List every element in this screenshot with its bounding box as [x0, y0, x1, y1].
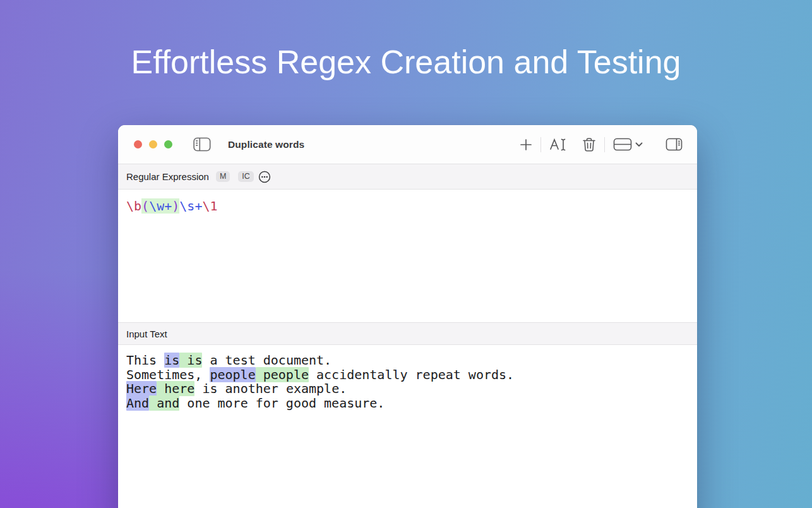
toolbar-divider [604, 137, 605, 152]
regex-token: \w [149, 198, 164, 214]
plain-text: a test document. [202, 353, 331, 368]
zoom-button[interactable] [164, 140, 172, 148]
match-highlight: people [256, 367, 309, 382]
regex-section-header: Regular Expression M IC [118, 164, 697, 190]
regex-token: \b [126, 198, 141, 214]
titlebar: Duplicate words [118, 125, 697, 164]
layout-rows-icon[interactable] [613, 138, 632, 151]
match-highlight: is [179, 353, 202, 368]
text-line: This is is a test document. [126, 353, 689, 368]
capture-group-highlight: people [210, 367, 255, 382]
rename-text-icon[interactable] [549, 138, 567, 152]
close-button[interactable] [134, 140, 142, 148]
toolbar [520, 137, 683, 152]
match-highlight: here [157, 381, 194, 396]
text-line: And and one more for good measure. [126, 396, 689, 411]
regex-token: ( [141, 198, 149, 214]
plain-text: one more for good measure. [179, 396, 385, 411]
trash-icon[interactable] [582, 137, 596, 152]
text-line: Sometimes, people people accidentally re… [126, 368, 689, 382]
plus-icon[interactable] [520, 138, 532, 151]
regex-token: \1 [202, 198, 217, 214]
window-title: Duplicate words [228, 139, 304, 150]
sidebar-left-toggle-icon[interactable] [193, 137, 211, 152]
input-section-label: Input Text [126, 329, 167, 339]
minimize-button[interactable] [149, 140, 157, 148]
plain-text: accidentally repeat words. [309, 367, 514, 382]
regex-section-label: Regular Expression [126, 171, 209, 182]
text-line: Here here is another example. [126, 382, 689, 396]
plain-text: Sometimes, [126, 367, 210, 382]
multiline-badge[interactable]: M [216, 171, 230, 183]
app-window: Duplicate words [118, 125, 697, 508]
plain-text: This [126, 353, 164, 368]
regex-token: + [194, 198, 202, 214]
input-text-lines: This is is a test document.Sometimes, pe… [126, 353, 689, 410]
input-section-header: Input Text [118, 322, 697, 345]
chevron-down-icon[interactable] [635, 142, 643, 147]
regex-pattern[interactable]: \b(\w+)\s+\1 [126, 198, 689, 214]
toolbar-divider [540, 137, 541, 152]
capture-group-highlight: is [164, 353, 179, 368]
capture-group-highlight: And [126, 396, 149, 411]
sidebar-right-icon[interactable] [666, 138, 683, 151]
ignore-case-badge[interactable]: IC [238, 171, 254, 183]
match-highlight: and [149, 396, 179, 411]
plain-text: is another example. [194, 381, 347, 396]
more-options-icon[interactable] [258, 171, 271, 183]
regex-editor[interactable]: \b(\w+)\s+\1 [118, 190, 697, 322]
input-text-editor[interactable]: This is is a test document.Sometimes, pe… [118, 345, 697, 418]
regex-token: ) [172, 198, 179, 214]
regex-token: \s [179, 198, 194, 214]
capture-group-highlight: Here [126, 381, 157, 396]
regex-token: + [164, 198, 172, 214]
page-title: Effortless Regex Creation and Testing [0, 43, 812, 81]
traffic-lights [134, 140, 172, 148]
